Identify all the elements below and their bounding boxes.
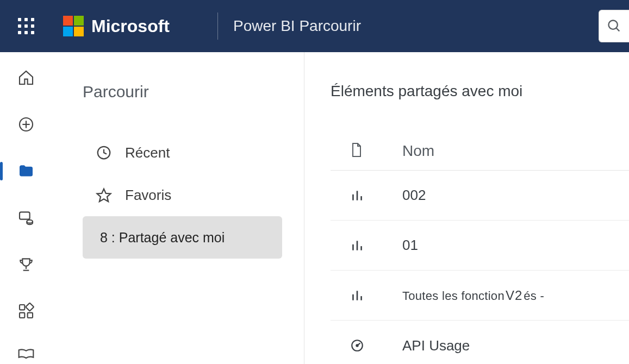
nav-apps[interactable] bbox=[0, 301, 52, 322]
nav-home[interactable] bbox=[0, 67, 52, 88]
browse-item-label: 8 : Partagé avec moi bbox=[100, 230, 225, 246]
gauge-icon bbox=[350, 337, 364, 354]
row-name: 002 bbox=[402, 187, 426, 204]
microsoft-brand-text: Microsoft bbox=[91, 16, 170, 36]
row-name: 01 bbox=[402, 237, 418, 254]
svg-point-0 bbox=[608, 21, 617, 29]
browse-item-shared-with-me[interactable]: 8 : Partagé avec moi bbox=[83, 216, 282, 259]
bar-chart-icon bbox=[350, 287, 364, 304]
apps-icon bbox=[17, 303, 35, 320]
search-icon bbox=[607, 18, 622, 34]
column-type-icon bbox=[350, 142, 364, 160]
table-row[interactable]: 002 bbox=[331, 171, 629, 221]
svg-rect-5 bbox=[20, 212, 30, 219]
browse-item-favorites[interactable]: Favoris bbox=[83, 174, 282, 216]
data-icon bbox=[17, 209, 35, 227]
waffle-icon bbox=[18, 18, 34, 34]
row-name: Toutes les fonctionV2és - bbox=[402, 288, 544, 303]
svg-rect-12 bbox=[26, 303, 34, 311]
nav-browse[interactable] bbox=[0, 161, 52, 181]
main-content: Éléments partagés avec moi Nom 002 bbox=[304, 52, 629, 364]
browse-item-label: Récent bbox=[125, 145, 170, 161]
document-icon bbox=[350, 142, 363, 158]
search-button[interactable] bbox=[599, 10, 629, 42]
layout: Parcourir Récent Favoris 8 : Partagé ave… bbox=[0, 52, 629, 364]
app-launcher-button[interactable] bbox=[0, 0, 52, 52]
nav-rail bbox=[0, 52, 52, 364]
svg-rect-10 bbox=[20, 313, 24, 318]
trophy-icon bbox=[17, 256, 35, 273]
book-icon bbox=[17, 348, 35, 359]
bar-chart-icon bbox=[350, 237, 364, 254]
svg-marker-14 bbox=[97, 189, 111, 202]
plus-circle-icon bbox=[17, 116, 35, 133]
svg-point-6 bbox=[27, 220, 33, 223]
folder-icon bbox=[17, 163, 35, 179]
browse-item-recent[interactable]: Récent bbox=[83, 131, 282, 174]
svg-line-1 bbox=[616, 28, 619, 32]
table-row[interactable]: 01 bbox=[331, 221, 629, 271]
header-title: Power BI Parcourir bbox=[233, 17, 361, 35]
browse-panel: Parcourir Récent Favoris 8 : Partagé ave… bbox=[52, 52, 304, 364]
nav-create[interactable] bbox=[0, 114, 52, 135]
browse-item-label: Favoris bbox=[125, 187, 171, 204]
star-icon bbox=[96, 187, 112, 203]
main-title: Éléments partagés avec moi bbox=[331, 83, 629, 100]
clock-icon bbox=[96, 145, 112, 161]
header-divider bbox=[217, 12, 218, 40]
row-name: API Usage bbox=[402, 337, 470, 354]
home-icon bbox=[17, 69, 35, 86]
app-header: Microsoft Power BI Parcourir bbox=[0, 0, 629, 52]
svg-rect-9 bbox=[20, 305, 24, 310]
table-header: Nom bbox=[331, 131, 629, 171]
table-row[interactable]: Toutes les fonctionV2és - bbox=[331, 271, 629, 321]
bar-chart-icon bbox=[350, 187, 364, 204]
microsoft-logo: Microsoft bbox=[63, 16, 170, 36]
svg-rect-11 bbox=[28, 313, 33, 318]
table-row[interactable]: API Usage bbox=[331, 321, 629, 364]
browse-panel-title: Parcourir bbox=[83, 83, 282, 101]
nav-goals[interactable] bbox=[0, 254, 52, 275]
microsoft-squares-icon bbox=[63, 16, 84, 36]
nav-learn[interactable] bbox=[0, 343, 52, 364]
nav-data-hub[interactable] bbox=[0, 208, 52, 228]
svg-point-25 bbox=[356, 344, 358, 346]
column-name-header[interactable]: Nom bbox=[402, 142, 434, 160]
